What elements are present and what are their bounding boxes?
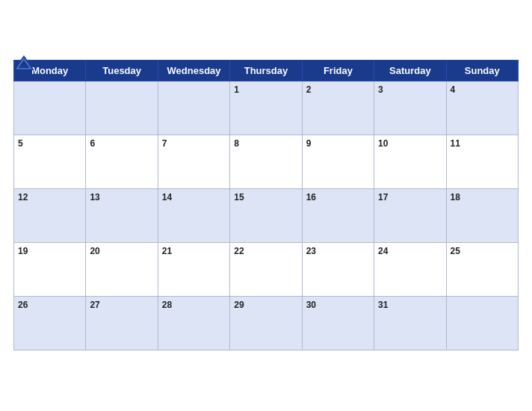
weekday-header-friday: Friday bbox=[302, 60, 374, 81]
weekday-header-saturday: Saturday bbox=[374, 60, 446, 81]
calendar-day-6: 6 bbox=[86, 135, 158, 188]
calendar-day-27: 27 bbox=[86, 296, 158, 350]
calendar-day-24: 24 bbox=[374, 242, 446, 296]
day-number: 25 bbox=[451, 246, 460, 256]
day-number: 17 bbox=[378, 192, 388, 203]
calendar-table: MondayTuesdayWednesdayThursdayFridaySatu… bbox=[13, 60, 519, 350]
day-number: 29 bbox=[234, 300, 244, 310]
calendar-day-5: 5 bbox=[14, 135, 86, 188]
day-number: 24 bbox=[378, 246, 388, 256]
calendar-week-row: 567891011 bbox=[14, 135, 519, 188]
calendar-day-31: 31 bbox=[374, 296, 446, 350]
day-number: 12 bbox=[18, 192, 28, 203]
calendar-day-15: 15 bbox=[230, 188, 302, 242]
calendar-day-13: 13 bbox=[86, 188, 158, 242]
calendar-day-23: 23 bbox=[302, 242, 374, 296]
calendar-day-3: 3 bbox=[374, 81, 446, 135]
calendar-week-row: 262728293031 bbox=[14, 296, 519, 350]
calendar-day-7: 7 bbox=[158, 135, 229, 188]
calendar-day-28: 28 bbox=[158, 296, 229, 350]
day-number: 30 bbox=[306, 300, 316, 310]
calendar-day-30: 30 bbox=[302, 296, 374, 350]
calendar-thead: MondayTuesdayWednesdayThursdayFridaySatu… bbox=[14, 60, 519, 81]
day-number: 20 bbox=[90, 246, 99, 256]
weekday-header-sunday: Sunday bbox=[446, 60, 518, 81]
calendar-day-16: 16 bbox=[302, 188, 374, 242]
calendar-day-8: 8 bbox=[230, 135, 302, 188]
day-number: 11 bbox=[451, 138, 460, 149]
day-number: 27 bbox=[90, 300, 99, 310]
logo-icon bbox=[13, 55, 34, 70]
calendar-day-22: 22 bbox=[230, 242, 302, 296]
calendar-day-empty bbox=[14, 81, 86, 135]
day-number: 16 bbox=[306, 192, 316, 203]
calendar-week-row: 1234 bbox=[14, 81, 519, 135]
calendar-day-17: 17 bbox=[374, 188, 446, 242]
day-number: 2 bbox=[306, 84, 312, 95]
day-number: 7 bbox=[162, 138, 167, 149]
weekday-header-row: MondayTuesdayWednesdayThursdayFridaySatu… bbox=[14, 60, 519, 81]
calendar-week-row: 12131415161718 bbox=[14, 188, 519, 242]
day-number: 10 bbox=[378, 138, 388, 149]
calendar-day-9: 9 bbox=[302, 135, 374, 188]
calendar-day-25: 25 bbox=[446, 242, 518, 296]
calendar-day-21: 21 bbox=[158, 242, 229, 296]
calendar-body: 1234567891011121314151617181920212223242… bbox=[14, 81, 519, 350]
day-number: 19 bbox=[18, 246, 28, 256]
calendar-day-26: 26 bbox=[14, 296, 86, 350]
calendar-day-20: 20 bbox=[86, 242, 158, 296]
day-number: 23 bbox=[306, 246, 316, 256]
weekday-header-wednesday: Wednesday bbox=[158, 60, 229, 81]
calendar-day-12: 12 bbox=[14, 188, 86, 242]
calendar-day-1: 1 bbox=[230, 81, 302, 135]
calendar-day-empty bbox=[446, 296, 518, 350]
day-number: 3 bbox=[378, 84, 383, 95]
calendar-day-11: 11 bbox=[446, 135, 518, 188]
calendar-day-2: 2 bbox=[302, 81, 374, 135]
logo-area bbox=[13, 55, 34, 70]
calendar-day-empty bbox=[86, 81, 158, 135]
day-number: 8 bbox=[234, 138, 239, 149]
weekday-header-thursday: Thursday bbox=[230, 60, 302, 81]
calendar-day-4: 4 bbox=[446, 81, 518, 135]
day-number: 21 bbox=[162, 246, 172, 256]
day-number: 13 bbox=[90, 192, 99, 203]
calendar-wrapper: MondayTuesdayWednesdayThursdayFridaySatu… bbox=[0, 48, 532, 364]
calendar-day-14: 14 bbox=[158, 188, 229, 242]
day-number: 4 bbox=[451, 84, 456, 95]
day-number: 26 bbox=[18, 300, 28, 310]
calendar-day-29: 29 bbox=[230, 296, 302, 350]
day-number: 14 bbox=[162, 192, 172, 203]
calendar-day-10: 10 bbox=[374, 135, 446, 188]
calendar-day-18: 18 bbox=[446, 188, 518, 242]
calendar-day-19: 19 bbox=[14, 242, 86, 296]
calendar-week-row: 19202122232425 bbox=[14, 242, 519, 296]
day-number: 22 bbox=[234, 246, 244, 256]
day-number: 5 bbox=[18, 138, 23, 149]
day-number: 1 bbox=[234, 84, 239, 95]
day-number: 15 bbox=[234, 192, 244, 203]
day-number: 6 bbox=[90, 138, 95, 149]
weekday-header-tuesday: Tuesday bbox=[86, 60, 158, 81]
day-number: 18 bbox=[451, 192, 460, 203]
day-number: 9 bbox=[306, 138, 312, 149]
day-number: 31 bbox=[378, 300, 388, 310]
day-number: 28 bbox=[162, 300, 172, 310]
calendar-day-empty bbox=[158, 81, 229, 135]
